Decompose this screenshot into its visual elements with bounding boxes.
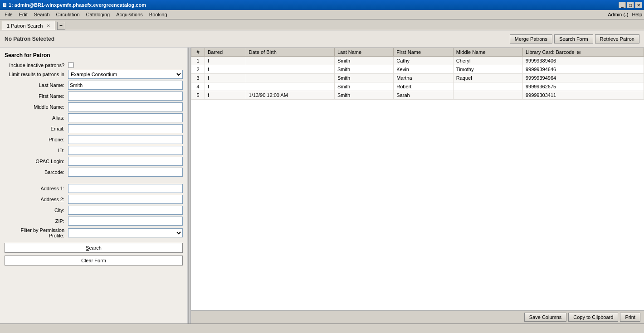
menu-acquisitions[interactable]: Acquisitions <box>113 11 146 18</box>
clear-form-button[interactable]: Clear Form <box>5 256 183 265</box>
phone-input[interactable] <box>68 135 183 144</box>
table-header-row: # Barred Date of Birth Last Name First N… <box>191 48 644 57</box>
window-title: 1: admin@BR1-winxpvmfx.phasefx.evergreen… <box>9 2 146 8</box>
save-columns-button[interactable]: Save Columns <box>524 313 567 322</box>
limit-results-select[interactable]: Example Consortium <box>68 70 183 79</box>
label-email: Email: <box>5 126 68 131</box>
col-header-lastname[interactable]: Last Name <box>334 48 393 57</box>
col-header-middlename[interactable]: Middle Name <box>453 48 522 57</box>
form-row-address1: Address 1: <box>5 184 183 193</box>
col-header-num[interactable]: # <box>191 48 205 57</box>
results-tbody: 1fSmithCathyCheryl999993894062fSmithKevi… <box>191 57 644 100</box>
form-row-lastname: Last Name: <box>5 81 183 90</box>
tab-add-button[interactable]: + <box>57 22 65 30</box>
menu-edit[interactable]: Edit <box>16 11 30 18</box>
form-row-address2: Address 2: <box>5 195 183 204</box>
cell-1-1: f <box>205 65 246 74</box>
cell-0-1: f <box>205 57 246 65</box>
cell-2-1: f <box>205 74 246 82</box>
search-form-button[interactable]: Search Form <box>554 34 593 43</box>
close-button[interactable]: ✕ <box>635 2 642 8</box>
menu-items: File Edit Search Circulation Cataloging … <box>2 11 170 18</box>
label-phone: Phone: <box>5 137 68 142</box>
cell-2-2 <box>246 74 334 82</box>
menu-booking[interactable]: Booking <box>146 11 170 18</box>
copy-to-clipboard-button[interactable]: Copy to Clipboard <box>568 313 618 322</box>
tab-close-icon[interactable]: ✕ <box>47 24 50 28</box>
zip-input[interactable] <box>68 217 183 226</box>
cell-0-5: Cheryl <box>453 57 522 65</box>
email-input[interactable] <box>68 124 183 133</box>
label-id: ID: <box>5 148 68 153</box>
cell-1-3: Smith <box>334 65 393 74</box>
col-header-firstname[interactable]: First Name <box>394 48 453 57</box>
menu-circulation[interactable]: Circulation <box>54 11 83 18</box>
cell-4-4: Sarah <box>394 91 453 100</box>
label-firstname: First Name: <box>5 93 68 99</box>
menu-cataloging[interactable]: Cataloging <box>83 11 113 18</box>
address2-input[interactable] <box>68 195 183 204</box>
col-header-dob[interactable]: Date of Birth <box>246 48 334 57</box>
search-btn-label: Search <box>86 245 102 251</box>
label-lastname: Last Name: <box>5 82 68 88</box>
middlename-input[interactable] <box>68 102 183 111</box>
menu-file[interactable]: File <box>2 11 15 18</box>
merge-patrons-button[interactable]: Merge Patrons <box>510 34 552 43</box>
lastname-input[interactable] <box>68 81 183 90</box>
form-row-phone: Phone: <box>5 135 183 144</box>
print-button[interactable]: Print <box>620 313 640 322</box>
barcode-input[interactable] <box>68 168 183 177</box>
label-permission: Filter by Permission Profile: <box>5 227 68 238</box>
firstname-input[interactable] <box>68 92 183 101</box>
maximize-button[interactable]: □ <box>627 2 634 8</box>
table-row[interactable]: 4fSmithRobert99999362675 <box>191 82 644 91</box>
form-row-barcode: Barcode: <box>5 168 183 177</box>
retrieve-patron-button[interactable]: Retrieve Patron <box>595 34 639 43</box>
minimize-button[interactable]: _ <box>619 2 626 8</box>
table-row[interactable]: 5f1/13/90 12:00 AMSmithSarah99999303411 <box>191 91 644 100</box>
form-row-email: Email: <box>5 124 183 133</box>
label-include-inactive: Include inactive patrons? <box>5 63 68 68</box>
table-row[interactable]: 1fSmithCathyCheryl99999389406 <box>191 57 644 65</box>
address1-input[interactable] <box>68 184 183 193</box>
alias-input[interactable] <box>68 113 183 122</box>
id-input[interactable] <box>68 146 183 155</box>
cell-0-0: 1 <box>191 57 205 65</box>
menu-admin[interactable]: Admin (-) <box>608 12 628 17</box>
tab-patron-search[interactable]: 1 Patron Search ✕ <box>2 21 55 30</box>
label-address2: Address 2: <box>5 197 68 202</box>
include-inactive-checkbox[interactable] <box>68 62 74 68</box>
title-bar: 🖥 1: admin@BR1-winxpvmfx.phasefx.evergre… <box>0 0 644 10</box>
label-limit: Limit results to patrons in <box>5 72 68 77</box>
form-row-firstname: First Name: <box>5 92 183 101</box>
patron-bar: No Patron Selected Merge Patrons Search … <box>0 30 644 48</box>
table-row[interactable]: 2fSmithKevinTimothy99999394646 <box>191 65 644 74</box>
form-row-zip: ZIP: <box>5 217 183 226</box>
patron-buttons: Merge Patrons Search Form Retrieve Patro… <box>510 34 639 43</box>
menu-bar: File Edit Search Circulation Cataloging … <box>0 10 644 19</box>
col-header-barcode[interactable]: Library Card: Barcode ⊞ <box>522 48 644 57</box>
clear-btn-label: Clear Form <box>81 258 106 263</box>
label-alias: Alias: <box>5 115 68 121</box>
cell-4-5 <box>453 91 522 100</box>
permission-select[interactable] <box>68 228 183 237</box>
col-options-icon[interactable]: ⊞ <box>576 50 581 55</box>
opac-input[interactable] <box>68 157 183 166</box>
label-address1: Address 1: <box>5 186 68 191</box>
cell-4-3: Smith <box>334 91 393 100</box>
search-panel-title: Search for Patron <box>5 52 183 58</box>
cell-3-0: 4 <box>191 82 205 91</box>
form-row-alias: Alias: <box>5 113 183 122</box>
menu-search[interactable]: Search <box>31 11 53 18</box>
table-row[interactable]: 3fSmithMarthaRaquel99999394964 <box>191 74 644 82</box>
results-footer: Save Columns Copy to Clipboard Print <box>191 310 644 323</box>
label-barcode: Barcode: <box>5 169 68 175</box>
form-row-limit: Limit results to patrons in Example Cons… <box>5 70 183 79</box>
col-header-barred[interactable]: Barred <box>205 48 246 57</box>
menu-help[interactable]: Help <box>632 12 642 17</box>
cell-3-6: 99999362675 <box>522 82 644 91</box>
city-input[interactable] <box>68 206 183 215</box>
cell-4-2: 1/13/90 12:00 AM <box>246 91 334 100</box>
search-button[interactable]: Search <box>5 243 183 253</box>
window-icon: 🖥 <box>2 2 7 8</box>
